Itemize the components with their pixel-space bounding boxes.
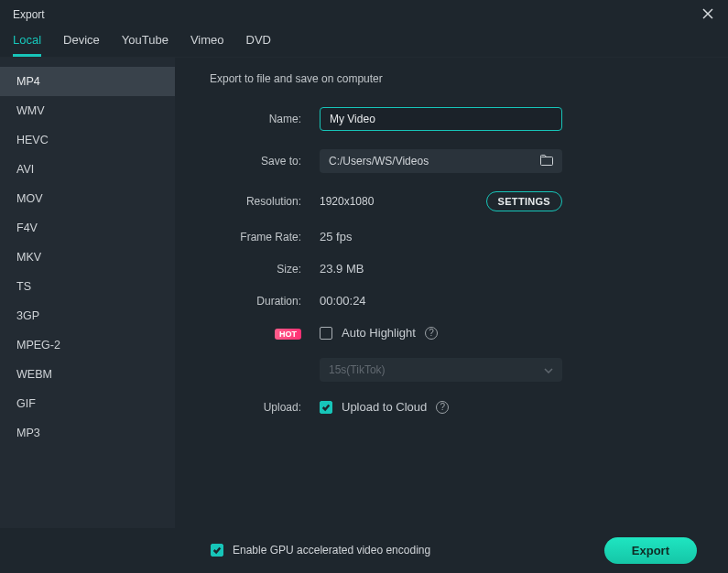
- export-tabs: Local Device YouTube Vimeo DVD: [0, 27, 728, 58]
- format-mov[interactable]: MOV: [0, 184, 175, 213]
- help-icon[interactable]: ?: [436, 401, 449, 414]
- format-mp3[interactable]: MP3: [0, 418, 175, 448]
- format-gif[interactable]: GIF: [0, 389, 175, 418]
- folder-icon[interactable]: [540, 155, 553, 168]
- export-button[interactable]: Export: [604, 537, 697, 564]
- hot-badge: HOT: [275, 329, 301, 340]
- svg-rect-2: [541, 157, 553, 165]
- tab-local[interactable]: Local: [13, 33, 41, 57]
- dropdown-value: 15s(TikTok): [329, 363, 386, 376]
- format-mpeg2[interactable]: MPEG-2: [0, 330, 175, 360]
- format-f4v[interactable]: F4V: [0, 213, 175, 243]
- upload-label: Upload:: [210, 401, 301, 414]
- format-mkv[interactable]: MKV: [0, 243, 175, 272]
- format-webm[interactable]: WEBM: [0, 360, 175, 389]
- uploadcloud-checkbox[interactable]: [320, 401, 332, 414]
- saveto-value: C:/Users/WS/Videos: [329, 155, 429, 168]
- chevron-down-icon: [544, 363, 553, 376]
- format-ts[interactable]: TS: [0, 272, 175, 301]
- tab-dvd[interactable]: DVD: [246, 33, 271, 57]
- format-sidebar: MP4 WMV HEVC AVI MOV F4V MKV TS 3GP MPEG…: [0, 58, 175, 528]
- autohighlight-label: Auto Highlight: [342, 326, 416, 340]
- tab-youtube[interactable]: YouTube: [122, 33, 168, 57]
- tab-device[interactable]: Device: [63, 33, 100, 57]
- content-header: Export to file and save on computer: [210, 72, 693, 85]
- format-mp4[interactable]: MP4: [0, 67, 175, 96]
- resolution-value: 1920x1080: [320, 195, 374, 208]
- gpu-label: Enable GPU accelerated video encoding: [233, 544, 430, 557]
- help-icon[interactable]: ?: [425, 327, 438, 340]
- uploadcloud-label: Upload to Cloud: [342, 400, 427, 414]
- window-title: Export: [13, 8, 45, 21]
- framerate-label: Frame Rate:: [210, 231, 301, 243]
- close-icon[interactable]: [699, 5, 717, 25]
- size-value: 23.9 MB: [320, 262, 364, 276]
- format-avi[interactable]: AVI: [0, 155, 175, 184]
- resolution-label: Resolution:: [210, 195, 301, 208]
- autohighlight-dropdown: 15s(TikTok): [320, 358, 562, 382]
- format-hevc[interactable]: HEVC: [0, 125, 175, 155]
- saveto-field[interactable]: C:/Users/WS/Videos: [320, 149, 562, 173]
- size-label: Size:: [210, 263, 301, 276]
- settings-button[interactable]: SETTINGS: [486, 191, 562, 211]
- duration-value: 00:00:24: [320, 294, 366, 308]
- tab-vimeo[interactable]: Vimeo: [190, 33, 224, 57]
- name-label: Name:: [210, 113, 301, 125]
- framerate-value: 25 fps: [320, 230, 352, 243]
- gpu-checkbox[interactable]: [211, 544, 223, 557]
- autohighlight-checkbox[interactable]: [320, 327, 332, 340]
- duration-label: Duration:: [210, 295, 301, 308]
- format-3gp[interactable]: 3GP: [0, 301, 175, 330]
- saveto-label: Save to:: [210, 155, 301, 168]
- format-wmv[interactable]: WMV: [0, 96, 175, 125]
- name-input[interactable]: [320, 107, 562, 131]
